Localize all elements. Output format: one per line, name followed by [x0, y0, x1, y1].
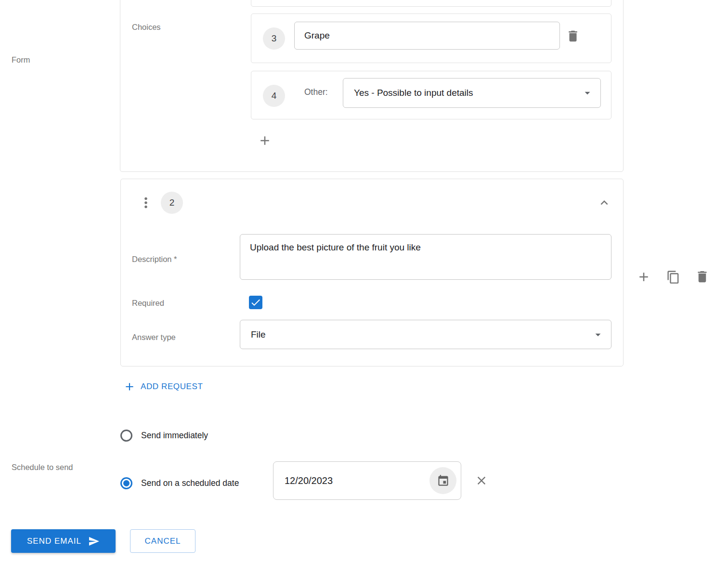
x-close-icon	[475, 474, 488, 487]
description-textarea[interactable]: Upload the best picture of the fruit you…	[240, 234, 611, 280]
send-immediately-label: Send immediately	[141, 431, 208, 441]
add-request-item-button[interactable]	[636, 269, 652, 285]
trash-icon	[695, 269, 710, 284]
open-calendar-button[interactable]	[429, 467, 456, 494]
send-icon	[88, 536, 100, 547]
send-email-label: SEND EMAIL	[27, 536, 81, 546]
send-email-button[interactable]: SEND EMAIL	[11, 529, 116, 553]
checkmark-icon	[250, 297, 261, 308]
duplicate-request-button[interactable]	[665, 269, 681, 285]
other-option-value: Yes - Possible to input details	[354, 88, 581, 98]
send-scheduled-radio[interactable]: Send on a scheduled date	[120, 477, 239, 489]
caret-down-icon	[581, 87, 594, 99]
calendar-icon	[437, 474, 450, 487]
delete-request-button[interactable]	[694, 268, 710, 285]
answer-type-value: File	[251, 329, 592, 340]
clear-date-button[interactable]	[473, 472, 490, 489]
choices-card: Choices 3 4 Other: Yes - Possible to inp…	[120, 0, 624, 172]
schedule-section-label: Schedule to send	[12, 463, 73, 472]
request-card: 2 Description * Upload the best picture …	[120, 179, 624, 366]
send-scheduled-label: Send on a scheduled date	[141, 478, 239, 488]
required-label: Required	[132, 299, 164, 308]
chevron-up-icon	[597, 196, 611, 210]
radio-unchecked-icon	[120, 430, 132, 442]
plus-icon	[123, 380, 136, 393]
choices-label: Choices	[132, 23, 161, 32]
add-request-button[interactable]: ADD REQUEST	[123, 380, 203, 393]
choice-item-4: 4 Other: Yes - Possible to input details	[251, 71, 611, 119]
drag-handle-icon	[138, 195, 154, 211]
scheduled-date-field	[273, 461, 461, 500]
plus-icon	[258, 133, 272, 148]
request-number-badge: 2	[161, 192, 183, 214]
trash-icon	[566, 29, 580, 43]
description-label: Description *	[132, 255, 177, 264]
answer-type-label: Answer type	[132, 333, 176, 342]
cancel-button[interactable]: CANCEL	[130, 529, 195, 553]
add-choice-button[interactable]	[255, 131, 274, 150]
collapse-request-button[interactable]	[596, 194, 613, 211]
choice-number-badge: 4	[263, 85, 285, 107]
delete-choice-button[interactable]	[563, 26, 583, 46]
choice-text-input[interactable]	[294, 22, 560, 50]
form-section-label: Form	[12, 55, 30, 65]
other-option-select[interactable]: Yes - Possible to input details	[343, 78, 601, 108]
copy-icon	[666, 270, 680, 284]
send-immediately-radio[interactable]: Send immediately	[120, 430, 208, 442]
choice-number-badge: 3	[263, 27, 285, 50]
other-label: Other:	[304, 87, 328, 97]
caret-down-icon	[592, 328, 604, 341]
choice-item-partial	[251, 0, 611, 7]
answer-type-select[interactable]: File	[240, 320, 611, 349]
plus-icon	[637, 270, 651, 284]
choice-item-3: 3	[251, 13, 611, 63]
drag-handle[interactable]	[139, 193, 153, 213]
required-checkbox[interactable]	[249, 296, 262, 309]
scheduled-date-input[interactable]	[273, 475, 413, 486]
cancel-label: CANCEL	[145, 536, 181, 546]
add-request-label: ADD REQUEST	[141, 382, 203, 392]
radio-checked-icon	[120, 477, 132, 489]
